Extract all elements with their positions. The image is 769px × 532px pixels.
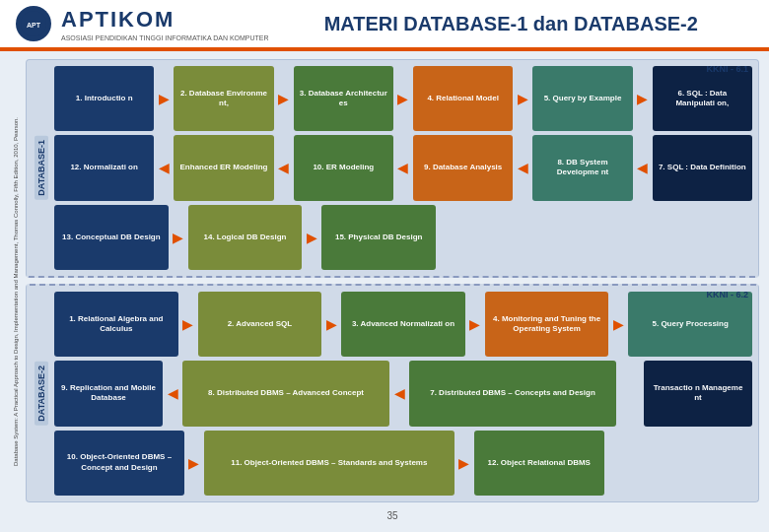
card: 2. Advanced SQL: [198, 292, 322, 357]
arrow-icon: ▶: [325, 292, 337, 357]
arrow-icon: ▶: [188, 431, 200, 496]
arrow-icon: ◀: [158, 135, 170, 200]
card: 1. Introductio n: [54, 66, 154, 131]
arrow-icon: ◀: [637, 135, 649, 200]
db2-row2: 9. Replication and Mobile Database ◀ 8. …: [54, 361, 752, 426]
arrow-icon: ▶: [397, 66, 409, 131]
logo-text: APTIKOM: [61, 7, 269, 33]
arrow-icon: ◀: [397, 135, 409, 200]
db1-row3: 13. Conceptual DB Design ▶ 14. Logical D…: [54, 205, 752, 270]
main-content: Database System: A Practical Approach to…: [0, 51, 769, 532]
db1-row1: 1. Introductio n ▶ 2. Database Environme…: [54, 66, 752, 131]
card: 1. Relational Algebra and Calculus: [54, 292, 178, 357]
card: 4. Relational Model: [413, 66, 513, 131]
svg-text:APT: APT: [27, 22, 41, 29]
kkni1-label: KKNI - 6.1: [706, 64, 748, 74]
arrow-icon: ▶: [173, 205, 184, 270]
database2-section: KKNI - 6.2 DATABASE-2 1. Relational Alge…: [26, 284, 759, 502]
card: 9. Database Analysis: [413, 135, 513, 200]
header: APT APTIKOM ASOSIASI PENDIDIKAN TINGGI I…: [0, 0, 769, 51]
card: 13. Conceptual DB Design: [54, 205, 169, 270]
db1-label: DATABASE-1: [35, 136, 48, 200]
card: 9. Replication and Mobile Database: [54, 361, 163, 426]
kkni2-label: KKNI - 6.2: [706, 290, 748, 299]
card: 3. Database Architectur es: [294, 66, 393, 131]
card: 4. Monitoring and Tuning the Operating S…: [485, 292, 609, 357]
card: 3. Advanced Normalizati on: [341, 292, 465, 357]
db1-cards-area: 1. Introductio n ▶ 2. Database Environme…: [54, 66, 752, 270]
arrow-icon: ◀: [278, 135, 290, 200]
db2-cards-area: 1. Relational Algebra and Calculus ▶ 2. …: [54, 292, 752, 496]
arrow-icon: ▶: [637, 66, 649, 131]
card: 7. Distributed DBMS – Concepts and Desig…: [409, 361, 616, 426]
db2-row1: 1. Relational Algebra and Calculus ▶ 2. …: [54, 292, 752, 357]
card: Transactio n Manageme nt: [644, 361, 752, 426]
card: 12. Object Relational DBMS: [474, 431, 604, 496]
card: 12. Normalizati on: [54, 135, 154, 200]
arrow-icon: ▶: [182, 292, 194, 357]
arrow-icon: ◀: [393, 361, 405, 426]
card: 10. Object-Oriented DBMS – Concept and D…: [54, 431, 184, 496]
arrow-icon: ▶: [278, 66, 290, 131]
card: 10. ER Modeling: [294, 135, 393, 200]
card: Enhanced ER Modeling: [174, 135, 273, 200]
arrow-icon: ▶: [458, 431, 470, 496]
database1-section: KKNI - 6.1 DATABASE-1 1. Introductio n ▶…: [26, 59, 759, 278]
logo-icon: APT: [16, 6, 51, 41]
db2-row3: 10. Object-Oriented DBMS – Concept and D…: [54, 431, 752, 496]
card: 7. SQL : Data Definition: [653, 135, 752, 200]
page-title: MATERI DATABASE-1 dan DATABASE-2: [269, 13, 753, 35]
card: 8. DB System Developme nt: [532, 135, 632, 200]
logo-area: APT APTIKOM ASOSIASI PENDIDIKAN TINGGI I…: [16, 6, 269, 41]
card: 14. Logical DB Design: [188, 205, 303, 270]
side-label: Database System: A Practical Approach to…: [10, 59, 22, 524]
card: 2. Database Environme nt,: [174, 66, 273, 131]
card: 5. Query Processing: [628, 292, 752, 357]
logo-sub: ASOSIASI PENDIDIKAN TINGGI INFORMATIKA D…: [61, 34, 269, 41]
arrow-icon: ▶: [612, 292, 624, 357]
card: 6. SQL : Data Manipulati on,: [653, 66, 752, 131]
arrow-icon: ▶: [469, 292, 481, 357]
card: 11. Object-Oriented DBMS – Standards and…: [204, 431, 454, 496]
arrow-icon: ◀: [517, 135, 528, 200]
db2-label: DATABASE-2: [35, 362, 48, 426]
page-number: 35: [26, 508, 759, 524]
arrow-icon: ▶: [158, 66, 170, 131]
card: 5. Query by Example: [532, 66, 632, 131]
arrow-icon: ◀: [167, 361, 178, 426]
card: 15. Physical DB Design: [321, 205, 436, 270]
db2-label-col: DATABASE-2: [33, 292, 50, 496]
db1-row2: 12. Normalizati on ◀ Enhanced ER Modelin…: [54, 135, 752, 200]
card: 8. Distributed DBMS – Advanced Concept: [182, 361, 389, 426]
arrow-icon: ▶: [517, 66, 528, 131]
arrow-icon: ▶: [306, 205, 317, 270]
db1-label-col: DATABASE-1: [33, 66, 50, 270]
